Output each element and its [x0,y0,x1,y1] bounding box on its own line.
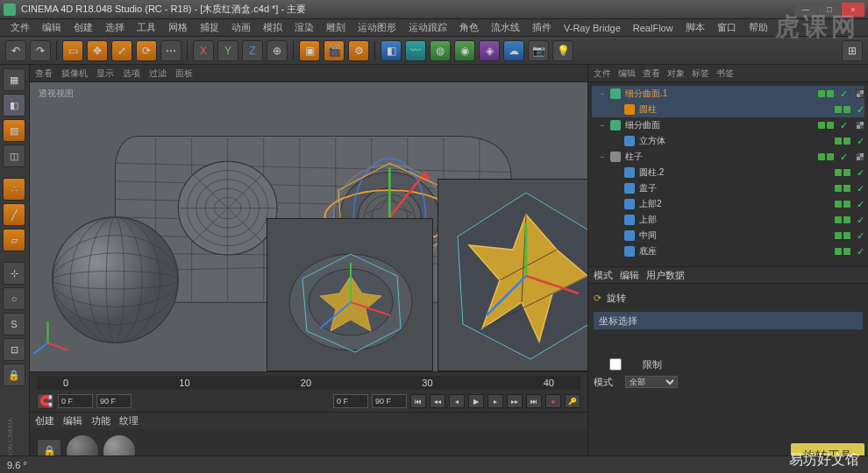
mattab[interactable]: 创建 [35,414,54,427]
viewport-solo[interactable]: ○ [3,287,25,310]
righttab[interactable]: 对象 [667,67,685,80]
viewtab[interactable]: 面板 [175,67,193,80]
object-row[interactable]: 底座✓ [592,244,864,259]
righttab[interactable]: 查看 [643,67,660,80]
move-tool[interactable]: ✥ [87,40,108,61]
locked[interactable]: 🔒 [3,364,25,386]
autokey[interactable]: 🔑 [565,394,580,408]
goto-end[interactable]: ⏭ [526,394,542,408]
add-light[interactable]: 💡 [552,40,573,61]
menu-插件[interactable]: 插件 [527,19,557,36]
mode-select[interactable]: 全部 [625,376,678,388]
cur-frame[interactable] [333,394,368,408]
goto-start[interactable]: ⏮ [410,394,426,408]
render-view[interactable]: ▣ [299,40,320,61]
menu-渲染[interactable]: 渲染 [289,19,319,36]
undo-button[interactable]: ↶ [5,40,26,61]
coord-system[interactable]: ⊕ [267,40,288,61]
object-row[interactable]: 盖子✓ [592,180,864,196]
add-spline[interactable]: 〰 [405,40,426,61]
make-editable[interactable]: ▦ [3,68,25,91]
menu-编辑[interactable]: 编辑 [37,19,67,36]
prev-key[interactable]: ◂◂ [430,394,445,408]
menu-捕捉[interactable]: 捕捉 [195,19,224,36]
add-generator2[interactable]: ◉ [454,40,475,61]
prev-frame[interactable]: ◂ [449,394,465,408]
menu-脚本[interactable]: 脚本 [680,19,710,36]
limit-checkbox[interactable] [594,358,637,371]
z-lock[interactable]: Z [242,40,263,61]
render-region[interactable]: 🎬 [324,40,345,61]
texture-mode[interactable]: ▨ [3,119,25,142]
object-row[interactable]: 中间✓ [592,228,864,244]
record[interactable]: ● [545,394,561,408]
object-row[interactable]: −细分曲面.1✓ [592,86,864,102]
object-row[interactable]: 立方体✓ [592,133,864,149]
workplane-snap[interactable]: ⊡ [3,338,25,361]
menu-工具[interactable]: 工具 [132,19,161,36]
righttab[interactable]: 标签 [692,67,709,80]
timeline-ruler[interactable]: 010203040 [37,376,580,390]
y-lock[interactable]: Y [217,40,238,61]
menu-窗口[interactable]: 窗口 [712,19,742,36]
viewtab[interactable]: 过滤 [149,67,167,80]
scale-tool[interactable]: ⤢ [111,40,132,61]
viewtab[interactable]: 显示 [96,67,114,80]
enable-axis[interactable]: ⊹ [3,262,25,285]
menu-运动图形[interactable]: 运动图形 [352,19,402,36]
menu-运动跟踪[interactable]: 运动跟踪 [403,19,452,36]
edge-mode[interactable]: ╱ [3,203,25,226]
recent-tool[interactable]: ⋯ [160,40,181,61]
object-row[interactable]: −细分曲面✓ [592,117,864,133]
menu-网格[interactable]: 网格 [163,19,193,36]
object-manager[interactable]: −细分曲面.1✓圆柱✓−细分曲面✓立方体✓−柱子✓圆柱.2✓盖子✓上部2✓上部✓… [588,82,868,266]
attrhdr-item[interactable]: 用户数据 [646,269,685,282]
point-mode[interactable]: ∴ [3,178,25,201]
enable-snap[interactable]: S [3,313,25,335]
menu-RealFlow[interactable]: RealFlow [628,21,679,35]
coord-tab[interactable]: 坐标选择 [594,312,863,329]
menu-帮助[interactable]: 帮助 [743,19,773,36]
viewtab[interactable]: 摄像机 [61,67,88,80]
object-row[interactable]: 上部✓ [592,212,864,228]
total-frame[interactable] [372,394,407,408]
attrhdr-item[interactable]: 模式 [594,269,613,282]
viewport[interactable]: 透视视图 10.5 ° [30,82,587,371]
render-settings[interactable]: ⚙ [348,40,369,61]
viewtab[interactable]: 查看 [35,67,53,80]
menu-文件[interactable]: 文件 [5,19,35,36]
rotate-tool[interactable]: ⟳ [136,40,157,61]
start-frame[interactable] [58,394,93,408]
menu-选择[interactable]: 选择 [100,19,130,36]
add-deformer[interactable]: ◈ [479,40,500,61]
object-row[interactable]: 上部2✓ [592,196,864,212]
menu-创建[interactable]: 创建 [68,19,98,36]
add-camera[interactable]: 📷 [528,40,549,61]
mattab[interactable]: 功能 [91,414,110,427]
menu-角色[interactable]: 角色 [454,19,484,36]
object-row[interactable]: 圆柱.2✓ [592,165,864,180]
righttab[interactable]: 文件 [594,67,611,80]
model-mode[interactable]: ◧ [3,94,25,116]
workplane-mode[interactable]: ◫ [3,145,25,167]
redo-button[interactable]: ↷ [30,40,51,61]
menu-模拟[interactable]: 模拟 [258,19,288,36]
mattab[interactable]: 纹理 [119,414,139,427]
next-frame[interactable]: ▸ [487,394,503,408]
viewtab[interactable]: 选项 [123,67,140,80]
next-key[interactable]: ▸▸ [507,394,523,408]
righttab[interactable]: 书签 [716,67,734,80]
add-generator[interactable]: ◍ [430,40,451,61]
mattab[interactable]: 编辑 [63,414,82,427]
add-environment[interactable]: ☁ [503,40,524,61]
add-primitive[interactable]: ◧ [381,40,402,61]
menu-流水线[interactable]: 流水线 [486,19,525,36]
righttab[interactable]: 编辑 [618,67,636,80]
x-lock[interactable]: X [193,40,214,61]
object-row[interactable]: −柱子✓ [592,149,864,165]
object-row[interactable]: 圆柱✓ [592,102,864,117]
select-tool[interactable]: ▭ [62,40,83,61]
attrhdr-item[interactable]: 编辑 [620,269,639,282]
menu-V-Ray Bridge[interactable]: V-Ray Bridge [559,21,626,35]
play[interactable]: ▶ [468,394,484,408]
